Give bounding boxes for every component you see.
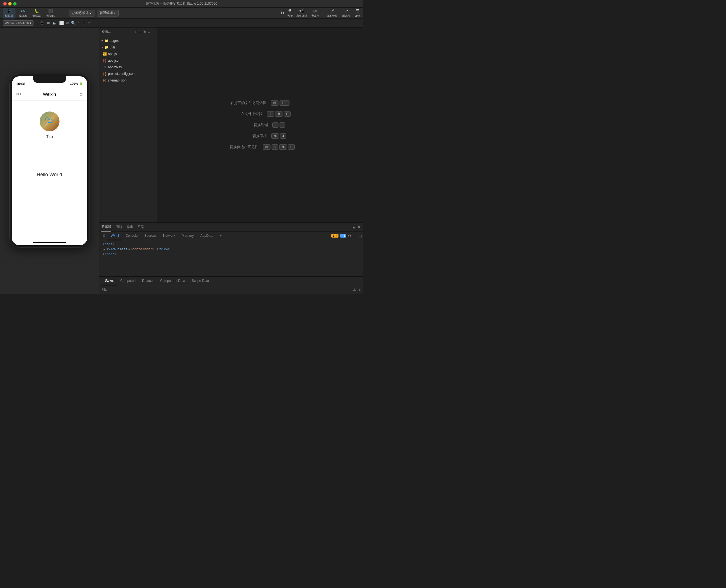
dock-icon[interactable]: ⊡ xyxy=(359,234,362,238)
xml-area: <page> ▶ <view class="container">…</view… xyxy=(99,240,363,276)
tab-network[interactable]: Network xyxy=(160,232,179,240)
window-controls[interactable] xyxy=(3,2,17,5)
volume-icon[interactable]: 🔈 xyxy=(52,21,57,25)
devtools-side-icon[interactable]: ⊞ xyxy=(100,232,107,240)
nav-more-icon[interactable]: ••• xyxy=(16,91,21,97)
frame-icon[interactable]: ▭ xyxy=(88,21,92,25)
maximize-button[interactable] xyxy=(13,2,17,5)
kbd-cmd2: ⌘ xyxy=(275,111,283,117)
filetree-actions: + ⊞ ↻ ≡ ··· xyxy=(135,30,155,34)
warning-badge: ▲ 4 xyxy=(331,234,339,237)
editor-panel: 在打开的文件之间切换 ⌘ 1~9 在文件中查找 ⇧ ⌘ F xyxy=(157,27,363,223)
sitemapjson-label: sitemap.json xyxy=(108,79,126,82)
mode-area: 小程序模式 ▾ 普通编译 ▾ xyxy=(69,9,119,17)
settings-icon[interactable]: ⚙ xyxy=(348,234,351,238)
tree-item-sitemapjson[interactable]: {·} sitemap.json xyxy=(99,77,157,84)
inspector-tab-dataset[interactable]: Dataset xyxy=(139,276,157,285)
clear-cache-button[interactable]: 🗂 清缓存 xyxy=(311,8,319,18)
username-label: Tim xyxy=(46,134,53,139)
phone-frame: 10:08 100% 🔋 ••• Weixin ⊙ 🪡 Tim Hello Wo… xyxy=(9,74,89,248)
filetree-title: 资源... xyxy=(101,29,111,34)
appjs-icon: JS xyxy=(102,52,107,56)
inspector-tab-scope-data[interactable]: Scope Data xyxy=(188,276,213,285)
screenshot-icon[interactable]: ⬜ xyxy=(59,21,64,25)
kbd-ctrl: ^ xyxy=(273,122,279,128)
tab-console[interactable]: Console xyxy=(122,232,141,240)
visual-button[interactable]: ⬛ 可视化 xyxy=(44,8,57,19)
tree-item-pages[interactable]: ▶ 📁 pages xyxy=(99,38,157,44)
inspector-tab-styles[interactable]: Styles xyxy=(101,276,117,285)
layout-icon[interactable]: ⊞ xyxy=(82,21,86,25)
code-icon: </> xyxy=(20,8,25,14)
shortcut-switch-files: 在打开的文件之间切换 ⌘ 1~9 xyxy=(230,100,289,106)
minimize-button[interactable] xyxy=(8,2,12,5)
tree-item-appjs[interactable]: JS app.js xyxy=(99,51,157,57)
kbd-backtick: ` xyxy=(280,122,285,128)
phone-portrait-icon[interactable]: 📱 xyxy=(39,21,44,25)
layers-icon: 🗂 xyxy=(312,8,317,14)
shortcut-toggle-panel: 切换面板 ⌘ J xyxy=(234,133,286,139)
appjs-label: app.js xyxy=(108,52,117,56)
record-icon[interactable]: ⏺ xyxy=(46,21,50,25)
appwxss-label: app.wxss xyxy=(108,65,122,69)
tree-item-projectjson[interactable]: {·} project.config.json xyxy=(99,70,157,77)
tab-wxml[interactable]: Wxml xyxy=(107,232,122,240)
git-icon[interactable]: ⑂ xyxy=(78,21,80,25)
cls-button[interactable]: .cls xyxy=(352,288,356,291)
tab-memory[interactable]: Memory xyxy=(179,232,197,240)
version-icon: ⎇ xyxy=(330,8,335,14)
tab-debugger[interactable]: 调试器 xyxy=(101,223,111,232)
tab-problems[interactable]: 问题 xyxy=(116,223,122,232)
tree-item-utils[interactable]: ▶ 📁 utils xyxy=(99,44,157,51)
utils-arrow: ▶ xyxy=(101,46,104,48)
content-area: 资源... + ⊞ ↻ ≡ ··· ▶ 📁 pages xyxy=(99,27,363,223)
test-icon: ↗ xyxy=(345,8,348,14)
refresh-tree-icon[interactable]: ↻ xyxy=(143,30,146,34)
add-style-button[interactable]: + xyxy=(359,287,361,292)
real-debug-button[interactable]: 📲 真机调试 xyxy=(296,8,307,18)
avatar-image: 🪡 xyxy=(45,117,54,126)
editor-button[interactable]: </> 编辑器 xyxy=(17,8,29,19)
tab-more[interactable]: » xyxy=(217,232,225,240)
new-folder-icon[interactable]: ⊞ xyxy=(139,30,142,34)
tab-terminal[interactable]: 终端 xyxy=(138,223,144,232)
preview-button[interactable]: 👁 预览 xyxy=(287,8,293,18)
filter-input[interactable] xyxy=(101,288,349,292)
new-file-icon[interactable]: + xyxy=(135,30,137,34)
search-icon[interactable]: 🔍 xyxy=(71,21,76,25)
refresh-button[interactable]: ↻ xyxy=(281,10,284,16)
inspector-tab-component-data[interactable]: Component Data xyxy=(157,276,188,285)
phone-notch xyxy=(33,76,66,83)
test-button[interactable]: ↗ 测试号 xyxy=(342,8,350,18)
kbd-group-2: ^ ` xyxy=(273,122,285,128)
pages-arrow: ▶ xyxy=(101,40,104,42)
mode-selector[interactable]: 小程序模式 ▾ xyxy=(69,9,95,17)
arrow-icon[interactable]: ↔ xyxy=(94,21,98,25)
battery-icon: 🔋 xyxy=(79,82,83,86)
tree-item-appwxss[interactable]: S app.wxss xyxy=(99,64,157,70)
panel-close-icon[interactable]: ✕ xyxy=(358,225,361,229)
detail-button[interactable]: ☰ 详情 xyxy=(355,8,360,18)
device-selector[interactable]: iPhone X 85% 16 ▾ xyxy=(3,20,34,26)
kbd-group-1: ⇧ ⌘ F xyxy=(267,111,290,117)
tree-item-appjson[interactable]: {·} app.json xyxy=(99,57,157,64)
compile-selector[interactable]: 普通编译 ▾ xyxy=(97,9,119,17)
collapse-icon[interactable]: ≡ xyxy=(148,30,150,34)
tab-appdata[interactable]: AppData xyxy=(197,232,217,240)
version-button[interactable]: ⎇ 版本管理 xyxy=(327,8,338,18)
copy-icon[interactable]: ⧉ xyxy=(66,21,69,25)
debugger-button[interactable]: 🐛 调试器 xyxy=(30,8,43,19)
inspector-tab-computed[interactable]: Computed xyxy=(117,276,139,285)
bottom-panel: 调试器 问题 输出 终端 ∧ ✕ ⊞ Wxml Console Sources … xyxy=(99,223,363,294)
pages-label: pages xyxy=(109,39,119,43)
kbd-group-3: ⌘ J xyxy=(271,133,286,139)
phone-debug-icon: 📲 xyxy=(299,8,305,14)
close-button[interactable] xyxy=(3,2,7,5)
scan-icon[interactable]: ⊙ xyxy=(79,92,83,97)
more-options-icon[interactable]: ⋮ xyxy=(353,234,357,238)
more-icon[interactable]: ··· xyxy=(152,30,155,34)
tab-output[interactable]: 输出 xyxy=(127,223,133,232)
tab-sources[interactable]: Sources xyxy=(141,232,160,240)
simulator-button[interactable]: 📱 模拟器 xyxy=(3,8,16,19)
panel-up-icon[interactable]: ∧ xyxy=(352,225,355,229)
